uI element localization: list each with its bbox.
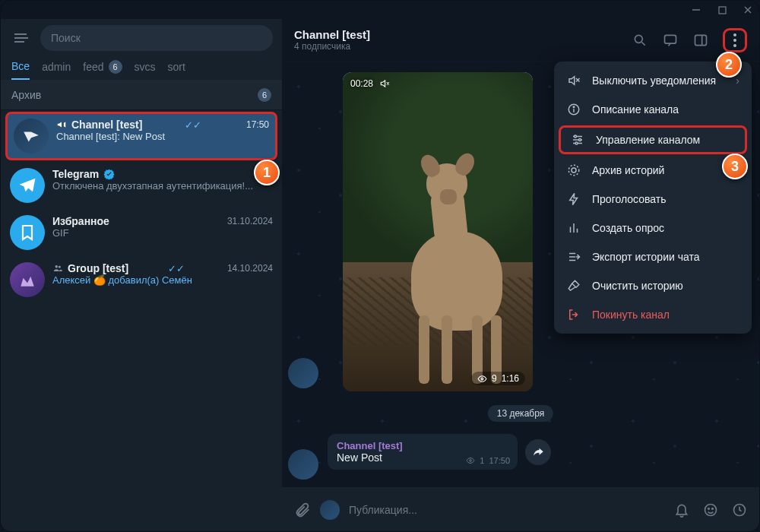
svg-line-10: [642, 42, 645, 45]
tab-feed[interactable]: feed6: [83, 60, 122, 80]
chat-preview: Channel [test]: New Post: [56, 131, 269, 142]
chevron-right-icon: ›: [736, 74, 739, 87]
composer-avatar[interactable]: [320, 500, 340, 520]
info-icon: [566, 103, 581, 116]
svg-point-7: [55, 265, 59, 268]
svg-point-18: [470, 460, 472, 462]
avatar: [10, 215, 45, 250]
tab-sort[interactable]: sort: [168, 60, 185, 80]
svg-point-31: [575, 135, 577, 138]
group-icon: [52, 263, 63, 274]
message-sender: Channel [test]: [337, 440, 508, 451]
svg-point-33: [575, 142, 578, 144]
composer: Публикация...: [282, 487, 759, 532]
svg-point-21: [712, 508, 714, 510]
svg-point-17: [481, 378, 483, 380]
svg-rect-11: [665, 35, 676, 43]
svg-point-19: [705, 505, 717, 516]
composer-input[interactable]: Публикация...: [349, 504, 665, 516]
megaphone-icon: [56, 119, 67, 130]
search-input[interactable]: Поиск: [40, 25, 273, 51]
search-icon[interactable]: [632, 32, 648, 49]
comments-icon[interactable]: [662, 32, 679, 49]
menu-item-boost[interactable]: Проголосовать: [554, 185, 752, 214]
svg-point-14: [733, 33, 736, 36]
chat-time: 17:50: [246, 119, 269, 130]
emoji-icon[interactable]: [703, 502, 718, 518]
chat-time: 31.10.2024: [227, 216, 273, 226]
search-placeholder: Поиск: [51, 32, 81, 44]
svg-point-20: [708, 508, 710, 510]
menu-item-export[interactable]: Экспорт истории чата: [554, 242, 752, 271]
chat-name: Telegram: [52, 168, 99, 180]
menu-item-leave-channel[interactable]: Покинуть канал: [554, 300, 752, 329]
eye-icon: [477, 374, 487, 384]
folder-tabs: Все admin feed6 svcs sort: [1, 55, 282, 80]
chat-item-channel-test[interactable]: Channel [test] ✓✓ 17:50 Channel [test]: …: [5, 112, 277, 160]
svg-point-8: [59, 266, 61, 268]
date-separator: 13 декабря: [488, 405, 553, 422]
svg-point-16: [733, 44, 736, 47]
message-views: 1: [480, 456, 484, 465]
video-views: 9: [492, 373, 497, 384]
svg-point-15: [733, 39, 736, 42]
chat-item-saved[interactable]: Избранное 31.10.2024 GIF: [1, 209, 282, 256]
menu-item-description[interactable]: Описание канала: [554, 95, 752, 124]
window-close-button[interactable]: [743, 5, 753, 15]
svg-point-9: [635, 35, 642, 43]
tab-feed-badge: 6: [109, 60, 122, 74]
sidepanel-icon[interactable]: [692, 32, 709, 49]
annotation-step-3: 3: [722, 154, 748, 179]
leave-icon: [566, 308, 581, 321]
annotation-step-1: 1: [254, 160, 280, 185]
sliders-icon: [570, 133, 585, 147]
menu-item-create-poll[interactable]: Создать опрос: [554, 214, 752, 242]
mute-icon: [566, 74, 581, 87]
svg-point-35: [572, 168, 576, 173]
menu-item-clear-history[interactable]: Очистить историю: [554, 271, 752, 300]
avatar: [10, 262, 45, 297]
message-avatar[interactable]: [288, 449, 318, 480]
verified-icon: [103, 169, 115, 180]
svg-point-32: [579, 139, 581, 141]
eye-icon: [466, 456, 475, 465]
window-minimize-button[interactable]: [691, 5, 701, 15]
chat-name: Избранное: [52, 215, 109, 227]
avatar: [10, 168, 45, 203]
share-button[interactable]: [525, 439, 551, 465]
text-message[interactable]: Channel [test] New Post 1 17:50: [328, 434, 518, 470]
window-maximize-button[interactable]: [717, 5, 727, 15]
notifications-icon[interactable]: [674, 502, 689, 518]
archive-row[interactable]: Архив 6: [1, 80, 282, 110]
chat-subtitle: 4 подписчика: [294, 41, 370, 52]
schedule-icon[interactable]: [732, 502, 747, 518]
attach-icon[interactable]: [294, 502, 311, 518]
tab-svcs[interactable]: svcs: [135, 60, 156, 80]
message-time: 17:50: [489, 456, 510, 465]
read-ticks-icon: ✓✓: [168, 263, 185, 274]
chat-name: Channel [test]: [71, 119, 142, 131]
archive-icon: [566, 163, 581, 177]
chat-item-group-test[interactable]: Group [test] ✓✓ 14.10.2024 Алексей 🍊 доб…: [1, 256, 282, 303]
poll-icon: [566, 221, 581, 235]
more-icon: [733, 33, 736, 47]
svg-point-34: [568, 165, 579, 176]
chat-item-telegram[interactable]: Telegram Отключена двухэтапная аутентифи…: [1, 162, 282, 209]
actions-menu: Выключить уведомления › Описание канала …: [554, 62, 752, 334]
video-message[interactable]: 00:28 9 1:16: [343, 72, 533, 391]
message-avatar[interactable]: [288, 358, 318, 388]
tab-admin[interactable]: admin: [42, 60, 71, 80]
avatar: [14, 119, 49, 154]
chat-header: Channel [test] 4 подписчика: [282, 19, 759, 62]
menu-icon[interactable]: [10, 27, 33, 49]
archive-badge: 6: [258, 88, 271, 102]
muted-icon: [379, 78, 390, 89]
video-duration: 00:28: [350, 78, 373, 89]
more-button[interactable]: [723, 28, 747, 52]
menu-item-manage-channel[interactable]: Управление каналом: [559, 125, 747, 154]
chat-preview: Алексей 🍊 добавил(а) Семён: [52, 274, 273, 286]
export-icon: [566, 250, 581, 264]
tab-all[interactable]: Все: [11, 60, 30, 80]
chat-preview: Отключена двухэтапная аутентификация!...: [52, 180, 273, 192]
chat-title[interactable]: Channel [test]: [294, 28, 370, 41]
